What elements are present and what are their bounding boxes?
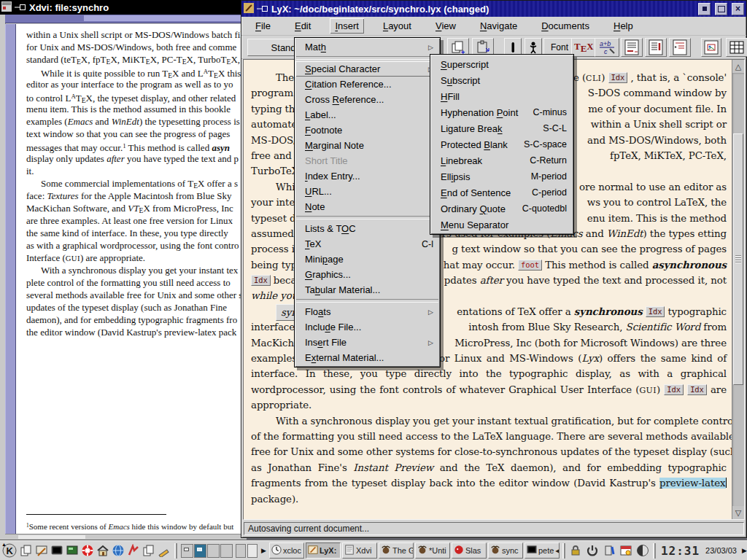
maximize-button[interactable] [715,3,727,15]
menu-item-citation-reference[interactable]: Citation Reference... [295,77,439,92]
pager-desktop-2[interactable] [194,544,206,558]
date[interactable]: 23/03/03 [703,546,739,555]
menu-item-superscript[interactable]: Superscript [431,56,573,72]
klipper-icon[interactable] [602,543,616,558]
scroll-down-icon[interactable]: ▽ [732,506,744,519]
menu-item-graphics[interactable]: Graphics... [295,267,439,282]
xdvi-vertical-scrollbar[interactable] [5,24,16,534]
index-inset[interactable]: Idx [251,275,271,286]
scroll-track[interactable] [732,73,744,506]
menu-item-insert-file[interactable]: Insert File▷ [295,335,439,350]
panel-handle[interactable] [562,543,565,559]
files-icon[interactable] [142,543,156,559]
menu-item-end-of-sentence[interactable]: End of SentenceC-period [431,184,573,201]
task-button[interactable]: LyX: [306,542,341,559]
menubar-item-insert[interactable]: Insert [330,18,364,34]
menu-item-include-file[interactable]: Include File... [295,319,439,335]
menu-item-subscript[interactable]: Subscript [431,72,573,88]
figure-icon[interactable] [701,38,721,57]
doc-line[interactable]: appropriate. [251,397,727,413]
window-list-applet[interactable] [235,543,258,559]
panel-handle[interactable] [174,543,177,559]
menu-item-linebreak[interactable]: LinebreakC-Return [431,152,573,168]
lyx-titlebar[interactable]: LyX: ~/doc/beginlatex/src/synchro.lyx (c… [241,1,746,17]
doc-line[interactable]: With a synchronous display you get your … [251,413,727,429]
footnote-toolbar-icon[interactable] [621,38,643,57]
task-button[interactable]: The G [379,542,414,559]
desktop-pager[interactable] [180,543,233,559]
index-inset[interactable]: Idx [664,384,684,395]
taskbar-expand-icon[interactable]: ▶ [260,547,268,554]
pencil-icon[interactable] [157,543,171,559]
menu-item-short-title[interactable]: Short Title [295,153,439,168]
home-icon[interactable] [96,543,110,559]
organizer-icon[interactable] [619,543,633,558]
lyx-vertical-scrollbar[interactable]: △ ▽ [732,60,744,519]
menu-item-tabular-material[interactable]: Tabular Material... [295,282,439,298]
menu-item-lists-toc[interactable]: Lists & TOC [295,221,439,236]
math-icon[interactable]: a+bc [595,38,619,57]
task-button[interactable]: Slas [452,542,487,559]
menu-item-url[interactable]: URL... [295,184,439,199]
minimize-button[interactable] [698,3,711,15]
scroll-thumb[interactable] [733,133,743,385]
kvt-icon[interactable] [65,543,80,559]
scroll-up-icon[interactable]: △ [732,60,744,73]
menu-item-footnote[interactable]: Footnote [295,122,439,138]
footnote-inset[interactable]: foot [518,260,542,271]
menu-item-menu-separator[interactable]: Menu Separator [431,217,573,233]
doc-line[interactable]: wordprocessor, using the font controls o… [251,382,727,397]
power-icon[interactable] [585,543,600,558]
task-button[interactable]: sync [488,542,523,559]
menubar-item-navigate[interactable]: Navigate [475,18,522,34]
clock[interactable]: 12:31 [659,544,702,558]
window-pin-icon[interactable] [15,2,26,13]
help-icon[interactable] [80,543,95,559]
panel-hide-icon[interactable]: ▶ [740,547,747,554]
menubar-item-file[interactable]: File [250,18,276,34]
pager-desktop-3[interactable] [207,544,220,558]
panel-handle[interactable] [653,543,656,559]
tex-icon[interactable]: TEX [571,38,596,57]
menu-item-math[interactable]: Math▷ [295,39,439,55]
task-button[interactable]: xcloc [269,542,304,559]
menu-item-external-material[interactable]: External Material... [295,350,439,365]
menu-item-minipage[interactable]: Minipage [295,252,439,267]
task-button[interactable]: *Unti [415,542,450,559]
doc-line[interactable]: interface. In these, you type directly i… [251,366,727,381]
doc-line[interactable]: as Jonathan Fine's Instant Preview and t… [251,460,727,475]
menu-item-index-entry[interactable]: Index Entry... [295,168,439,184]
menu-item-hfill[interactable]: HFill [431,88,573,104]
index-inset[interactable]: Idx [646,306,665,317]
pager-desktop-4[interactable] [220,544,233,558]
xdvi-hscroll-thumb[interactable] [84,15,247,21]
task-button[interactable]: Xdvi [342,542,377,559]
menu-item-floats[interactable]: Floats▷ [295,304,439,319]
kde-icon[interactable] [126,543,141,559]
doc-line[interactable]: package). [251,491,727,507]
menu-item-ligature-break[interactable]: Ligature BreakS-C-L [431,120,573,136]
menu-item-label[interactable]: Label... [295,107,439,122]
menu-item-ellipsis[interactable]: EllipsisM-period [431,168,573,184]
close-button[interactable]: × [732,3,744,15]
menu-item-note[interactable]: Note [295,199,439,214]
menu-item-protected-blank[interactable]: Protected BlankS-C-space [431,136,573,152]
menubar-item-documents[interactable]: Documents [536,18,595,34]
konsole-icon[interactable] [50,543,64,559]
k-menu-button[interactable]: ▲ K [1,542,18,559]
margin-note-toolbar-icon[interactable] [645,38,667,57]
menu-item-marginal-note[interactable]: Marginal Note [295,138,439,153]
menubar-item-layout[interactable]: Layout [378,18,417,34]
menubar-item-view[interactable]: View [430,18,461,34]
table-icon[interactable] [726,38,747,57]
menubar-item-edit[interactable]: Edit [290,18,316,34]
globe-icon[interactable] [111,543,125,559]
menu-item-ordinary-quote[interactable]: Ordinary QuoteC-quotedbl [431,201,573,217]
doc-line[interactable]: fragments from the typeset display back … [251,475,727,491]
menubar-item-help[interactable]: Help [608,18,638,34]
doc-line[interactable]: free for Unix and some other systems for… [251,444,727,459]
moon-icon[interactable] [635,543,650,558]
menu-item-hyphenation-point[interactable]: Hyphenation PointC-minus [431,104,573,120]
xdvi-horizontal-scrollbar[interactable] [5,15,247,23]
index-inset[interactable]: Idx [608,72,628,83]
